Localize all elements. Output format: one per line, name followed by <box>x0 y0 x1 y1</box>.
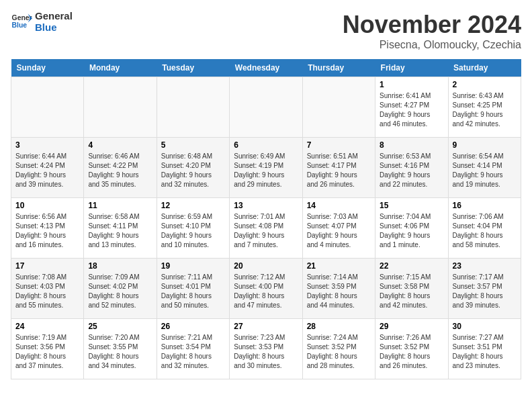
calendar-cell: 4Sunrise: 6:46 AM Sunset: 4:22 PM Daylig… <box>84 138 157 198</box>
day-info: Sunrise: 6:48 AM Sunset: 4:20 PM Dayligh… <box>161 152 225 189</box>
day-number: 3 <box>15 140 79 150</box>
day-number: 8 <box>380 140 443 150</box>
calendar-cell: 6Sunrise: 6:49 AM Sunset: 4:19 PM Daylig… <box>230 138 302 198</box>
day-number: 9 <box>453 140 517 150</box>
calendar-cell: 12Sunrise: 6:59 AM Sunset: 4:10 PM Dayli… <box>157 198 229 259</box>
calendar-header-row: SundayMondayTuesdayWednesdayThursdayFrid… <box>11 59 521 77</box>
day-number: 25 <box>88 322 152 331</box>
calendar-cell: 21Sunrise: 7:14 AM Sunset: 3:59 PM Dayli… <box>302 259 375 319</box>
day-info: Sunrise: 6:46 AM Sunset: 4:22 PM Dayligh… <box>88 152 152 189</box>
day-number: 13 <box>234 201 298 210</box>
calendar-cell <box>230 77 302 138</box>
calendar-cell: 14Sunrise: 7:03 AM Sunset: 4:07 PM Dayli… <box>302 198 375 259</box>
day-info: Sunrise: 7:15 AM Sunset: 3:58 PM Dayligh… <box>380 273 443 310</box>
calendar-cell: 9Sunrise: 6:54 AM Sunset: 4:14 PM Daylig… <box>448 138 521 198</box>
day-number: 16 <box>453 201 517 210</box>
calendar-cell: 7Sunrise: 6:51 AM Sunset: 4:17 PM Daylig… <box>302 138 375 198</box>
day-number: 20 <box>234 261 298 271</box>
weekday-header-tuesday: Tuesday <box>157 59 229 77</box>
calendar-cell: 22Sunrise: 7:15 AM Sunset: 3:58 PM Dayli… <box>375 259 448 319</box>
calendar-week-4: 17Sunrise: 7:08 AM Sunset: 4:03 PM Dayli… <box>11 259 521 319</box>
day-info: Sunrise: 6:41 AM Sunset: 4:27 PM Dayligh… <box>380 91 443 129</box>
calendar-cell: 3Sunrise: 6:44 AM Sunset: 4:24 PM Daylig… <box>11 138 84 198</box>
calendar-cell: 15Sunrise: 7:04 AM Sunset: 4:06 PM Dayli… <box>375 198 448 259</box>
month-title: November 2024 <box>343 11 521 39</box>
calendar-week-1: 1Sunrise: 6:41 AM Sunset: 4:27 PM Daylig… <box>11 77 521 138</box>
calendar-cell: 24Sunrise: 7:19 AM Sunset: 3:56 PM Dayli… <box>11 319 84 379</box>
weekday-header-sunday: Sunday <box>11 59 84 77</box>
weekday-header-friday: Friday <box>375 59 448 77</box>
day-info: Sunrise: 7:19 AM Sunset: 3:56 PM Dayligh… <box>15 333 79 371</box>
calendar-week-5: 24Sunrise: 7:19 AM Sunset: 3:56 PM Dayli… <box>11 319 521 379</box>
day-info: Sunrise: 6:51 AM Sunset: 4:17 PM Dayligh… <box>307 152 371 189</box>
day-number: 21 <box>307 261 371 271</box>
calendar-cell: 8Sunrise: 6:53 AM Sunset: 4:16 PM Daylig… <box>375 138 448 198</box>
day-number: 1 <box>380 80 443 89</box>
calendar-table: SundayMondayTuesdayWednesdayThursdayFrid… <box>11 59 521 379</box>
calendar-week-3: 10Sunrise: 6:56 AM Sunset: 4:13 PM Dayli… <box>11 198 521 259</box>
calendar-cell: 28Sunrise: 7:24 AM Sunset: 3:52 PM Dayli… <box>302 319 375 379</box>
day-number: 5 <box>161 140 225 150</box>
calendar-cell: 1Sunrise: 6:41 AM Sunset: 4:27 PM Daylig… <box>375 77 448 138</box>
calendar-cell: 23Sunrise: 7:17 AM Sunset: 3:57 PM Dayli… <box>448 259 521 319</box>
day-info: Sunrise: 7:14 AM Sunset: 3:59 PM Dayligh… <box>307 273 371 310</box>
day-info: Sunrise: 6:54 AM Sunset: 4:14 PM Dayligh… <box>453 152 517 189</box>
day-info: Sunrise: 7:08 AM Sunset: 4:03 PM Dayligh… <box>15 273 79 310</box>
day-info: Sunrise: 7:17 AM Sunset: 3:57 PM Dayligh… <box>453 273 517 310</box>
day-info: Sunrise: 6:59 AM Sunset: 4:10 PM Dayligh… <box>161 212 225 250</box>
weekday-header-thursday: Thursday <box>302 59 375 77</box>
day-number: 29 <box>380 322 443 331</box>
day-number: 23 <box>453 261 517 271</box>
logo-icon: General Blue <box>11 13 32 32</box>
day-info: Sunrise: 6:49 AM Sunset: 4:19 PM Dayligh… <box>234 152 298 189</box>
day-info: Sunrise: 7:04 AM Sunset: 4:06 PM Dayligh… <box>380 212 443 250</box>
calendar-cell: 11Sunrise: 6:58 AM Sunset: 4:11 PM Dayli… <box>84 198 157 259</box>
day-number: 24 <box>15 322 79 331</box>
calendar-cell: 26Sunrise: 7:21 AM Sunset: 3:54 PM Dayli… <box>157 319 229 379</box>
day-info: Sunrise: 7:06 AM Sunset: 4:04 PM Dayligh… <box>453 212 517 250</box>
weekday-header-wednesday: Wednesday <box>230 59 302 77</box>
day-number: 26 <box>161 322 225 331</box>
day-number: 15 <box>380 201 443 210</box>
day-info: Sunrise: 7:11 AM Sunset: 4:01 PM Dayligh… <box>161 273 225 310</box>
day-info: Sunrise: 7:01 AM Sunset: 4:08 PM Dayligh… <box>234 212 298 250</box>
calendar-cell: 30Sunrise: 7:27 AM Sunset: 3:51 PM Dayli… <box>448 319 521 379</box>
calendar-week-2: 3Sunrise: 6:44 AM Sunset: 4:24 PM Daylig… <box>11 138 521 198</box>
day-number: 30 <box>453 322 517 331</box>
calendar-cell: 16Sunrise: 7:06 AM Sunset: 4:04 PM Dayli… <box>448 198 521 259</box>
calendar-cell: 25Sunrise: 7:20 AM Sunset: 3:55 PM Dayli… <box>84 319 157 379</box>
day-info: Sunrise: 7:03 AM Sunset: 4:07 PM Dayligh… <box>307 212 371 250</box>
day-number: 2 <box>453 80 517 89</box>
day-number: 11 <box>88 201 152 210</box>
calendar-cell <box>157 77 229 138</box>
weekday-header-monday: Monday <box>84 59 157 77</box>
calendar-cell <box>84 77 157 138</box>
day-info: Sunrise: 7:24 AM Sunset: 3:52 PM Dayligh… <box>307 333 371 371</box>
day-info: Sunrise: 7:26 AM Sunset: 3:52 PM Dayligh… <box>380 333 443 371</box>
header: General Blue General Blue November 2024 … <box>11 11 521 51</box>
day-info: Sunrise: 6:56 AM Sunset: 4:13 PM Dayligh… <box>15 212 79 250</box>
weekday-header-saturday: Saturday <box>448 59 521 77</box>
calendar-cell <box>302 77 375 138</box>
day-number: 17 <box>15 261 79 271</box>
day-number: 6 <box>234 140 298 150</box>
title-section: November 2024 Pisecna, Olomoucky, Czechi… <box>343 11 521 51</box>
day-info: Sunrise: 7:23 AM Sunset: 3:53 PM Dayligh… <box>234 333 298 371</box>
day-number: 28 <box>307 322 371 331</box>
day-info: Sunrise: 6:53 AM Sunset: 4:16 PM Dayligh… <box>380 152 443 189</box>
day-number: 19 <box>161 261 225 271</box>
day-info: Sunrise: 6:58 AM Sunset: 4:11 PM Dayligh… <box>88 212 152 250</box>
day-info: Sunrise: 7:27 AM Sunset: 3:51 PM Dayligh… <box>453 333 517 371</box>
svg-text:Blue: Blue <box>12 21 28 29</box>
day-number: 18 <box>88 261 152 271</box>
calendar-cell <box>11 77 84 138</box>
location-subtitle: Pisecna, Olomoucky, Czechia <box>343 39 521 51</box>
day-info: Sunrise: 7:21 AM Sunset: 3:54 PM Dayligh… <box>161 333 225 371</box>
day-number: 7 <box>307 140 371 150</box>
day-info: Sunrise: 6:43 AM Sunset: 4:25 PM Dayligh… <box>453 91 517 129</box>
day-info: Sunrise: 7:20 AM Sunset: 3:55 PM Dayligh… <box>88 333 152 371</box>
day-info: Sunrise: 7:09 AM Sunset: 4:02 PM Dayligh… <box>88 273 152 310</box>
calendar-cell: 18Sunrise: 7:09 AM Sunset: 4:02 PM Dayli… <box>84 259 157 319</box>
logo-text-blue: Blue <box>35 22 73 34</box>
day-info: Sunrise: 7:12 AM Sunset: 4:00 PM Dayligh… <box>234 273 298 310</box>
